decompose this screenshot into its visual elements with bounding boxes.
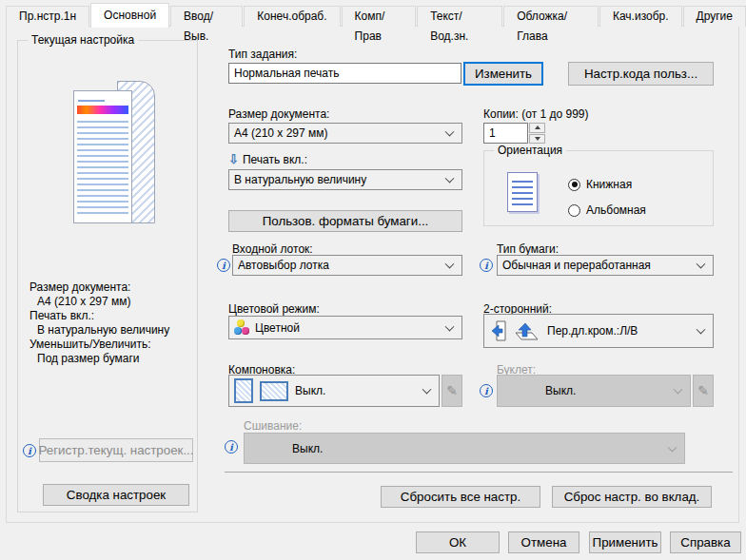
document-size-select[interactable]: A4 (210 x 297 мм) (228, 123, 462, 144)
user-code-settings-button[interactable]: Настр.кода польз... (568, 62, 714, 86)
info-icon[interactable]: i (225, 440, 238, 454)
job-type-field[interactable]: Нормальная печать (228, 63, 461, 84)
duplex-tray-icon (513, 320, 540, 341)
reset-tab-settings-button[interactable]: Сброс настр. во вклад. (552, 486, 712, 508)
color-mode-value: Цветной (255, 321, 300, 335)
pencil-icon: ✎ (446, 383, 458, 398)
current-settings-group: Текущая настройка Размер документа: A4 (… (17, 40, 198, 512)
tab-device-settings[interactable]: Пр.нстр.1н (6, 6, 89, 27)
color-mode-select[interactable]: Цветной (228, 316, 462, 339)
layout-value: Выкл. (295, 384, 325, 397)
document-preview-image (73, 81, 161, 225)
ok-button[interactable]: ОК (416, 531, 500, 553)
preview-title-line (78, 100, 105, 102)
orientation-title: Ориентация (494, 144, 566, 157)
booklet-select[interactable]: Выкл. (497, 375, 691, 407)
chevron-down-icon (697, 325, 706, 335)
chevron-down-icon (697, 260, 706, 269)
reset-all-settings-button[interactable]: Сбросить все настр. (381, 486, 540, 508)
chevron-down-icon (445, 174, 455, 183)
chevron-down-icon (674, 385, 683, 395)
duplex-select[interactable]: Пер.дл.кром.:Л/В (483, 314, 714, 348)
info-icon[interactable]: i (480, 384, 493, 397)
layout-landscape-icon (260, 381, 288, 401)
staple-select[interactable]: Выкл. (244, 433, 685, 464)
layout-portrait-icon (234, 378, 253, 403)
booklet-edit-button[interactable]: ✎ (693, 375, 714, 407)
tab-cover-chapter[interactable]: Обложка/Глава (503, 6, 599, 27)
current-settings-summary: Размер документа: A4 (210 x 297 мм) Печа… (29, 280, 193, 366)
booklet-value: Выкл. (545, 384, 576, 397)
chevron-down-icon (422, 385, 432, 395)
apply-button[interactable]: Применить (589, 531, 661, 553)
print-on-label-row: ⇩ Печать вкл.: (228, 152, 307, 166)
layout-edit-button[interactable]: ✎ (442, 375, 462, 407)
print-on-label: Печать вкл.: (243, 153, 307, 166)
tab-basic[interactable]: Основной (90, 3, 169, 28)
summary-doc-size-value: A4 (210 x 297 мм) (29, 295, 193, 309)
summary-scale-value: Под размер бумаги (29, 352, 193, 366)
job-type-label: Тип задания: (228, 48, 297, 61)
copies-input[interactable]: 1 (483, 123, 528, 144)
down-arrow-icon: ⇩ (228, 152, 239, 166)
print-on-value: В натуральную величину (234, 173, 366, 186)
copies-decrement-button[interactable] (529, 134, 545, 145)
job-type-change-button[interactable]: Изменить (463, 62, 543, 86)
copies-value: 1 (489, 126, 496, 140)
input-tray-label: Входной лоток: (232, 242, 313, 256)
tab-strip: Пр.нстр.1н Основной Ввод/Выв. Конеч.обра… (6, 3, 746, 27)
info-icon[interactable]: i (217, 259, 230, 272)
custom-paper-sizes-button[interactable]: Пользов. форматы бумаги... (228, 210, 462, 232)
copies-increment-button[interactable] (529, 123, 545, 133)
orientation-portrait-option[interactable]: Книжная (568, 178, 632, 191)
cancel-button[interactable]: Отмена (508, 531, 579, 553)
chevron-down-icon (445, 321, 455, 331)
preview-front-page (73, 90, 132, 223)
tab-text-watermark[interactable]: Текст/Вод.зн. (417, 6, 502, 27)
summary-print-on-value: В натуральную величину (29, 323, 193, 338)
layout-select[interactable]: Выкл. (228, 375, 440, 407)
radio-unselected-icon (568, 204, 580, 217)
pencil-icon: ✎ (697, 383, 709, 398)
tab-other[interactable]: Другие (683, 6, 746, 27)
spinner-up-icon (535, 126, 540, 129)
orientation-portrait-label: Книжная (586, 178, 632, 191)
print-on-select[interactable]: В натуральную величину (228, 169, 462, 190)
portrait-page-lines (512, 181, 533, 205)
radio-selected-icon (568, 179, 580, 191)
preview-text-lines (77, 121, 128, 218)
register-current-settings-button[interactable]: Регистр.текущ. настроек... (39, 438, 193, 462)
paper-type-value: Обычная и переработанная (502, 259, 651, 272)
tab-input-output[interactable]: Ввод/Выв. (170, 6, 243, 27)
chevron-down-icon (668, 442, 677, 452)
chevron-down-icon (445, 260, 455, 269)
orientation-landscape-label: Альбомная (586, 203, 646, 217)
tab-image-quality[interactable]: Кач.изобр. (599, 6, 682, 27)
help-button[interactable]: Справка (670, 531, 741, 553)
chevron-down-icon (445, 127, 455, 137)
preview-rainbow-bar (77, 106, 128, 114)
orientation-group: Ориентация Книжная Альбомная (483, 150, 714, 226)
duplex-value: Пер.дл.кром.:Л/В (547, 324, 638, 338)
staple-value: Выкл. (292, 442, 323, 455)
input-tray-select[interactable]: Автовыбор лотка (232, 255, 462, 276)
separator-line (225, 472, 733, 473)
document-size-value: A4 (210 x 297 мм) (234, 126, 328, 140)
tab-finishing[interactable]: Конеч.обраб. (244, 6, 340, 27)
orientation-landscape-option[interactable]: Альбомная (568, 203, 646, 217)
duplex-flip-icon (489, 319, 508, 342)
portrait-page-icon (507, 172, 538, 212)
paper-type-label: Тип бумаги: (497, 242, 559, 256)
info-icon[interactable]: i (480, 259, 493, 272)
paper-type-select[interactable]: Обычная и переработанная (497, 255, 714, 276)
summary-doc-size-label: Размер документа: (29, 280, 193, 295)
spinner-down-icon (535, 137, 540, 141)
info-icon[interactable]: i (23, 444, 36, 457)
job-type-value: Нормальная печать (234, 67, 340, 80)
document-size-label: Размер документа: (228, 107, 329, 121)
tab-layout-edit[interactable]: Комп/Прав (342, 6, 417, 27)
input-tray-value: Автовыбор лотка (238, 259, 329, 272)
color-mode-label: Цветовой режим: (228, 302, 320, 316)
copies-stepper: 1 (483, 123, 545, 144)
settings-summary-button[interactable]: Сводка настроек (43, 484, 189, 506)
